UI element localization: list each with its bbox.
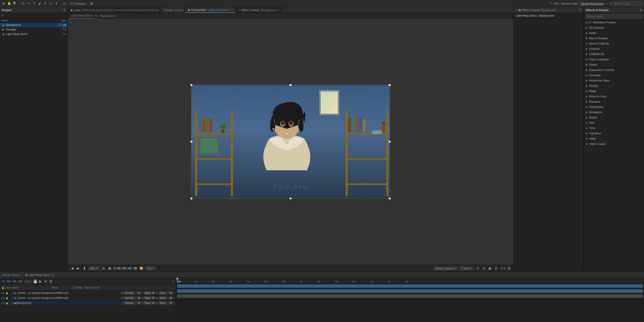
viewer-camera-icon[interactable]: 📷 bbox=[133, 266, 138, 271]
handle-mid-left[interactable] bbox=[190, 141, 192, 143]
zoom-selector[interactable]: 50% ▼ bbox=[88, 266, 100, 270]
layer-1-vis[interactable]: 👁 bbox=[3, 292, 5, 294]
category-color-correction[interactable]: ▶ Color Correction bbox=[584, 57, 644, 62]
viewer-safe-zones[interactable]: ⊟ bbox=[481, 266, 486, 271]
zoom-tool[interactable]: 🔍 bbox=[13, 1, 17, 6]
layer-1-fx-toggle[interactable]: / bbox=[120, 292, 121, 294]
rotate-tool[interactable]: ↻ bbox=[21, 1, 25, 6]
effects-panel-menu[interactable]: ☰ bbox=[639, 8, 642, 12]
layer-row-3[interactable]: ● 👁 🔒 3 ▣ [Background] / Normal ▼ None bbox=[0, 301, 176, 306]
handle-bottom-left[interactable] bbox=[190, 197, 192, 199]
text-tool[interactable]: T bbox=[32, 1, 36, 6]
category-animation-presets[interactable]: ▶ ★ Animation Presets bbox=[584, 20, 644, 25]
layer-1-solo[interactable]: ● bbox=[1, 292, 2, 294]
viewer-ram-btn[interactable]: ▶ bbox=[76, 266, 80, 271]
layer-2-fx-toggle[interactable]: / bbox=[120, 297, 121, 299]
arrow-tool[interactable]: ► bbox=[2, 1, 6, 6]
layer-row-1[interactable]: ● 👁 🔒 1 ▣ ♪ [mixkit-...on-a-green-backgr… bbox=[0, 291, 176, 296]
timeline-comp-menu[interactable]: ☰ bbox=[51, 273, 54, 276]
category-boris-fx[interactable]: ▶ Boris FX Mocha bbox=[584, 41, 644, 46]
timeline-render-btn[interactable]: ▶ bbox=[38, 279, 43, 284]
project-item-lightwrap[interactable]: ▣ Light Wrap Demo Co bbox=[0, 32, 68, 36]
category-keying[interactable]: ▶ Keying bbox=[584, 83, 644, 89]
category-cinema4d[interactable]: ▶ CINEMA 4D bbox=[584, 52, 644, 57]
category-expression-controls[interactable]: ▶ Expression Controls bbox=[584, 67, 644, 73]
snapping-control[interactable]: ⊕ Snapping bbox=[71, 2, 86, 5]
timeline-comp-tab[interactable]: ▣ Light Wrap Demo ☰ bbox=[25, 273, 54, 276]
category-transition[interactable]: ▶ Transition bbox=[584, 131, 644, 136]
ec-close-btn[interactable]: ✕ bbox=[515, 8, 518, 12]
layer-1-parent-select[interactable]: None bbox=[158, 291, 173, 295]
layer-2-trk-select[interactable]: Alpha None bbox=[143, 296, 155, 300]
layer-2-mode-select[interactable]: Normal Multiply bbox=[124, 296, 141, 300]
layer-tab[interactable]: ▣ Layer mixkit-young-woman-putting-on-a-… bbox=[68, 7, 161, 13]
timeline-save-btn[interactable]: 💾 bbox=[33, 279, 37, 284]
category-blur-sharpen[interactable]: ▶ Blur & Sharpen bbox=[584, 36, 644, 41]
viewer-grid-btn[interactable]: ⊞ bbox=[101, 266, 106, 271]
category-perspective[interactable]: ▶ Perspective bbox=[584, 104, 644, 110]
timeline-ruler[interactable]: 00s 01s 02s 03s 04s 05s 06s 07s 08s 09s … bbox=[176, 278, 644, 284]
handle-top-right[interactable] bbox=[389, 84, 391, 86]
category-utility[interactable]: ▶ Utility bbox=[584, 136, 644, 141]
workspace-trex[interactable]: T - Rex bbox=[550, 2, 559, 5]
pen-tool[interactable]: ✏ bbox=[26, 1, 31, 6]
handle-top-center[interactable] bbox=[290, 84, 292, 86]
workspace-vertical[interactable]: Vertical Video bbox=[561, 2, 578, 5]
render-queue-tab[interactable]: Render Queue bbox=[2, 273, 20, 276]
layer-2-solo[interactable]: ● bbox=[1, 297, 2, 299]
timeline-search-icon[interactable]: ⚲ bbox=[172, 280, 174, 283]
layer-1-lock[interactable]: 🔒 bbox=[6, 292, 8, 294]
category-video-copilot[interactable]: ▶ Video Copilot bbox=[584, 141, 644, 147]
viewer-rec-btn[interactable]: ▮ bbox=[82, 266, 87, 271]
ec-panel-menu[interactable]: ☰ bbox=[579, 8, 581, 12]
category-noise-grain[interactable]: ▶ Noise & Grain bbox=[584, 94, 644, 99]
handle-top-left[interactable] bbox=[190, 84, 192, 86]
viewer-snap-btn[interactable]: ▣ bbox=[107, 266, 112, 271]
handle-mid-right[interactable] bbox=[389, 141, 391, 143]
layer-3-vis[interactable]: 👁 bbox=[3, 302, 5, 304]
ec-tab-close[interactable]: ☰ bbox=[277, 9, 279, 11]
effects-search-input[interactable] bbox=[585, 14, 642, 19]
layer-1-mode-select[interactable]: Normal Multiply Screen bbox=[124, 291, 141, 295]
viewer-size-btn[interactable]: ⊡ bbox=[475, 266, 480, 271]
timeline-settings-btn[interactable]: ⊕ bbox=[44, 279, 48, 284]
quality-selector[interactable]: Full ▼ bbox=[145, 266, 156, 270]
layer-2-lock[interactable]: 🔒 bbox=[6, 297, 8, 299]
layer-3-trk-select[interactable]: None bbox=[143, 301, 155, 305]
source-tab-background[interactable]: Background bbox=[98, 13, 117, 19]
category-immersive-video[interactable]: ▶ Immersive Video bbox=[584, 78, 644, 83]
search-input-top[interactable] bbox=[612, 1, 642, 6]
layer-2-parent-select[interactable]: None bbox=[158, 296, 173, 300]
viewer-exposure[interactable]: ⊕ bbox=[494, 266, 498, 271]
project-item-footage[interactable]: ▶ Footage Fol bbox=[0, 27, 68, 32]
layer-2-vis[interactable]: 👁 bbox=[3, 297, 5, 299]
brush-tool[interactable]: 🖌 bbox=[37, 1, 42, 6]
workspace-overflow[interactable]: » bbox=[606, 2, 607, 5]
category-audio[interactable]: ▶ Audio bbox=[584, 30, 644, 36]
category-stylize[interactable]: ▶ Stylize bbox=[584, 115, 644, 120]
viewer-play-btn[interactable]: ◀ bbox=[70, 266, 74, 271]
category-obsolete[interactable]: ▶ Obsolete bbox=[584, 99, 644, 104]
timeline-timecode[interactable]: 0:00:00:00 bbox=[2, 279, 24, 284]
category-simulation[interactable]: ▶ Simulation bbox=[584, 110, 644, 115]
timeline-trash-btn[interactable]: 🗑 bbox=[49, 279, 53, 284]
category-generate[interactable]: ▶ Generate bbox=[584, 73, 644, 78]
category-matte[interactable]: ▶ Matte bbox=[584, 89, 644, 94]
layer-row-2[interactable]: ● 👁 🔒 2 ▣ ♪ [mixkit-...on-a-green-backgr… bbox=[0, 296, 176, 301]
viewer-region[interactable]: ⊞ bbox=[507, 266, 511, 271]
graph-tool[interactable]: ⊞ bbox=[90, 1, 94, 6]
layer-1-fx-label[interactable]: fx bbox=[122, 292, 124, 294]
category-text[interactable]: ▶ Text bbox=[584, 120, 644, 126]
workspace-tutorial[interactable]: Tutorial Workspace bbox=[580, 2, 604, 5]
project-item-background[interactable]: ▣ Background Co 👥 bbox=[0, 23, 68, 27]
shape-tool[interactable]: ▭ bbox=[62, 1, 67, 6]
view-selector[interactable]: 1 View ▼ bbox=[460, 266, 474, 270]
layer-1-trk-select[interactable]: None Alpha bbox=[143, 291, 155, 295]
layer-3-parent-select[interactable]: None bbox=[158, 301, 173, 305]
viewer-3d-mode[interactable]: ▣ bbox=[488, 266, 492, 271]
layer-2-fx-label[interactable]: fx bbox=[122, 297, 124, 299]
category-channel[interactable]: ▶ Channel bbox=[584, 46, 644, 52]
comp-tab-close[interactable]: ☰ bbox=[231, 8, 233, 11]
handle-bottom-right[interactable] bbox=[389, 197, 391, 199]
composition-tab[interactable]: ▣ Composition Light Wrap Demo ☰ bbox=[185, 7, 236, 13]
